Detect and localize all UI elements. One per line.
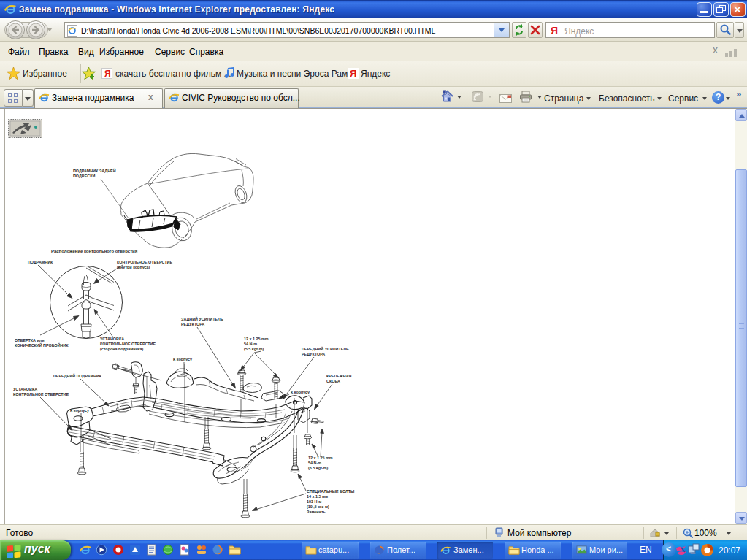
- svg-text:УСТАНОВКА: УСТАНОВКА: [100, 337, 124, 341]
- svg-text:КОНТРОЛЬНОЕ ОТВЕРСТИЕ: КОНТРОЛЬНОЕ ОТВЕРСТИЕ: [100, 342, 156, 346]
- svg-text:СПЕЦИАЛЬНЫЕ БОЛТЫ: СПЕЦИАЛЬНЫЕ БОЛТЫ: [307, 489, 354, 494]
- svg-text:КОНТРОЛЬНОЕ ОТВЕРСТИЕ: КОНТРОЛЬНОЕ ОТВЕРСТИЕ: [13, 392, 69, 396]
- svg-text:54 N·m: 54 N·m: [308, 461, 321, 465]
- svg-text:103 Н·м: 103 Н·м: [307, 499, 321, 504]
- svg-text:К корпусу: К корпусу: [173, 357, 192, 361]
- svg-text:К корпусу: К корпусу: [291, 390, 310, 394]
- svg-text:УСТАНОВКА: УСТАНОВКА: [13, 387, 37, 391]
- svg-text:ПЕРЕДНИЙ УСИЛИТЕЛЬ: ПЕРЕДНИЙ УСИЛИТЕЛЬ: [302, 346, 349, 351]
- svg-text:12 x 1.25 mm: 12 x 1.25 mm: [244, 337, 269, 341]
- svg-text:(6.5 kgf·m): (6.5 kgf·m): [308, 466, 328, 470]
- svg-text:(сторона подрамника): (сторона подрамника): [100, 347, 143, 351]
- svg-text:КРЕПЕЖНАЯ: КРЕПЕЖНАЯ: [326, 374, 352, 378]
- svg-text:(10 ,5 кгс·м): (10 ,5 кгс·м): [307, 505, 329, 509]
- svg-text:54 N·m: 54 N·m: [244, 342, 257, 346]
- svg-text:ПОДРАМНИК: ПОДРАМНИК: [28, 260, 53, 264]
- svg-text:ПЕРЕДНИЙ ПОДРАМНИК: ПЕРЕДНИЙ ПОДРАМНИК: [53, 373, 102, 378]
- svg-text:РЕДУКТОРА: РЕДУКТОРА: [302, 352, 325, 356]
- svg-text:(внутри корпуса): (внутри корпуса): [117, 265, 150, 269]
- svg-text:ОТВЕРТКА или: ОТВЕРТКА или: [15, 338, 45, 342]
- svg-text:Заменить: Заменить: [307, 510, 326, 514]
- svg-text:ЗАДНИЙ УСИЛИТЕЛЬ: ЗАДНИЙ УСИЛИТЕЛЬ: [181, 316, 223, 321]
- svg-text:ПОДРАМНИК ЗАДНЕЙ: ПОДРАМНИК ЗАДНЕЙ: [73, 168, 116, 173]
- svg-text:14 x 1.5 мм: 14 x 1.5 мм: [307, 494, 328, 499]
- svg-text:КОНТРОЛЬНОЕ ОТВЕРСТИЕ: КОНТРОЛЬНОЕ ОТВЕРСТИЕ: [117, 260, 172, 264]
- svg-text:РЕДУКТОРА: РЕДУКТОРА: [181, 322, 204, 326]
- svg-text:(5.5 kgf·m): (5.5 kgf·m): [244, 347, 264, 351]
- svg-text:ПОДВЕСКИ: ПОДВЕСКИ: [73, 174, 96, 178]
- svg-text:СКОБА: СКОБА: [326, 379, 340, 383]
- svg-text:КОНИЧЕСКИЙ ПРОБОЙНИК: КОНИЧЕСКИЙ ПРОБОЙНИК: [15, 342, 69, 348]
- svg-text:Расположение контрольного отве: Расположение контрольного отверстия: [51, 249, 138, 253]
